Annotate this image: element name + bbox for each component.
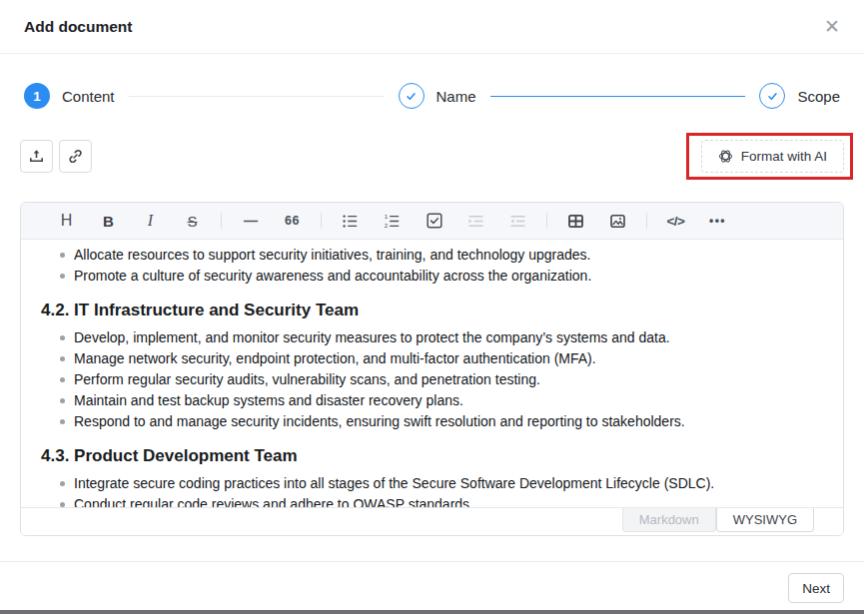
close-icon[interactable]: ✕ bbox=[824, 17, 840, 36]
svg-text:1: 1 bbox=[385, 213, 389, 220]
step-connector bbox=[129, 96, 385, 97]
dialog-header: Add document ✕ bbox=[0, 0, 864, 54]
content-bullet-item: Integrate secure coding practices into a… bbox=[74, 473, 823, 494]
horizontal-rule-button[interactable]: — bbox=[237, 208, 264, 234]
editor-content[interactable]: Allocate resources to support security i… bbox=[21, 240, 843, 507]
window-bottom-edge bbox=[0, 610, 864, 614]
table-button[interactable] bbox=[562, 208, 589, 234]
image-button[interactable] bbox=[604, 208, 631, 234]
content-heading: 4.3. Product Development Team bbox=[41, 446, 823, 466]
content-bullet-item: Develop, implement, and monitor security… bbox=[74, 327, 823, 348]
code-button[interactable]: </> bbox=[662, 208, 689, 234]
check-circle-icon bbox=[399, 83, 425, 109]
tab-wysiwyg[interactable]: WYSIWYG bbox=[716, 508, 814, 532]
format-ai-wrapper: Format with AI bbox=[701, 140, 844, 173]
blockquote-button[interactable]: 66 bbox=[279, 208, 306, 234]
content-bullet-item: Allocate resources to support security i… bbox=[74, 245, 823, 266]
step-name[interactable]: Name bbox=[399, 83, 476, 109]
ordered-list-button[interactable]: 1 2 bbox=[379, 208, 406, 234]
editor-mode-bar: Markdown WYSIWYG bbox=[21, 507, 843, 535]
step-wizard: 1 Content Name Scope bbox=[24, 83, 840, 109]
upload-button[interactable] bbox=[20, 140, 53, 173]
step-connector bbox=[490, 96, 746, 97]
strikethrough-button[interactable]: S bbox=[179, 208, 206, 234]
link-icon bbox=[67, 148, 84, 165]
content-bullet-item: Maintain and test backup systems and dis… bbox=[74, 390, 823, 411]
format-with-ai-button[interactable]: Format with AI bbox=[701, 140, 844, 173]
ai-knot-icon bbox=[718, 149, 733, 164]
check-circle-icon bbox=[759, 83, 785, 109]
step-label: Content bbox=[62, 88, 115, 105]
content-bullet-item: Perform regular security audits, vulnera… bbox=[74, 369, 823, 390]
heading-button[interactable]: H bbox=[53, 208, 80, 234]
editor-toolbar: H B I S — 66 1 2 bbox=[21, 203, 843, 240]
content-actions: Format with AI bbox=[20, 140, 844, 173]
dialog-title: Add document bbox=[24, 18, 133, 36]
format-with-ai-label: Format with AI bbox=[741, 149, 827, 164]
content-heading: 4.2. IT Infrastructure and Security Team bbox=[41, 301, 823, 320]
next-button[interactable]: Next bbox=[788, 573, 844, 603]
more-options-button[interactable]: ••• bbox=[704, 208, 731, 234]
toolbar-divider bbox=[321, 213, 322, 229]
toolbar-divider bbox=[221, 213, 222, 229]
svg-text:2: 2 bbox=[385, 222, 389, 229]
link-button[interactable] bbox=[59, 140, 92, 173]
content-bullet-item: Respond to and manage security incidents… bbox=[74, 411, 823, 432]
step-scope[interactable]: Scope bbox=[759, 83, 840, 109]
step-label: Scope bbox=[797, 88, 840, 105]
tab-markdown[interactable]: Markdown bbox=[622, 508, 716, 532]
dialog-footer: Next bbox=[0, 561, 864, 603]
step-content[interactable]: 1 Content bbox=[24, 83, 115, 109]
content-bullet-item: Conduct regular code reviews and adhere … bbox=[74, 494, 823, 507]
content-bullet-item: Promote a culture of security awareness … bbox=[74, 266, 823, 287]
content-bullet-list: Develop, implement, and monitor security… bbox=[41, 327, 823, 432]
upload-icon bbox=[28, 148, 45, 165]
content-bullet-list: Integrate secure coding practices into a… bbox=[41, 473, 823, 507]
step-number-badge: 1 bbox=[24, 83, 50, 109]
indent-button[interactable] bbox=[462, 208, 489, 234]
bold-button[interactable]: B bbox=[95, 208, 122, 234]
step-label: Name bbox=[436, 88, 476, 105]
outdent-button[interactable] bbox=[504, 208, 531, 234]
content-bullet-item: Manage network security, endpoint protec… bbox=[74, 348, 823, 369]
task-list-button[interactable] bbox=[421, 208, 447, 234]
document-editor: H B I S — 66 1 2 bbox=[20, 202, 844, 536]
bullet-list-button[interactable] bbox=[337, 208, 364, 234]
content-bullet-list: Allocate resources to support security i… bbox=[41, 245, 823, 287]
italic-button[interactable]: I bbox=[137, 208, 164, 234]
toolbar-divider bbox=[546, 213, 547, 229]
toolbar-divider bbox=[646, 213, 647, 229]
